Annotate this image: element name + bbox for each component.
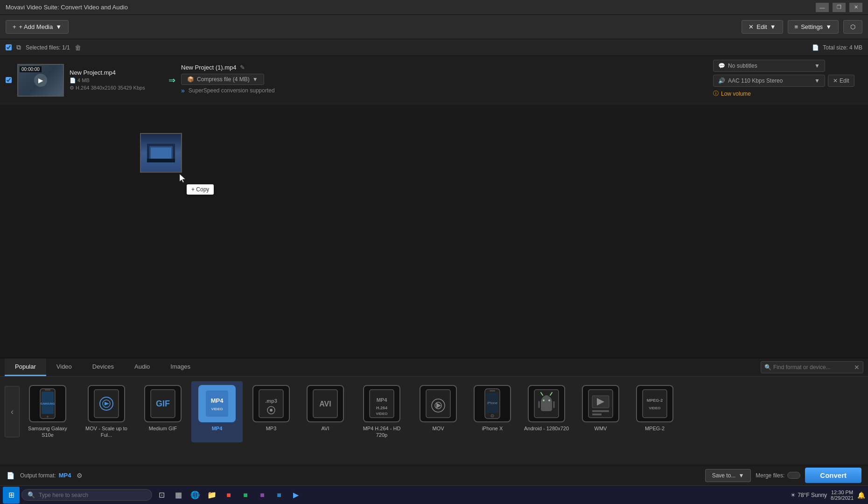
svg-rect-2 xyxy=(151,147,171,159)
android-format-icon xyxy=(528,385,565,422)
format-item-mp4[interactable]: MP4 VIDEO MP4 xyxy=(191,381,243,442)
superspeed-label: SuperSpeed conversion supported xyxy=(189,87,275,94)
restore-button[interactable]: ❐ xyxy=(833,3,846,12)
file-name: New Project.mp4 xyxy=(70,69,163,76)
output-name: New Project (1).mp4 xyxy=(181,64,236,71)
close-button[interactable]: ✕ xyxy=(849,3,862,12)
svg-text:AVI: AVI xyxy=(319,400,331,408)
format-item-iphone[interactable]: iPhone iPhone X xyxy=(467,381,518,442)
tab-devices[interactable]: Devices xyxy=(82,358,124,376)
taskbar-app3-icon[interactable]: ■ xyxy=(255,488,270,503)
format-item-mp3[interactable]: .mp3 MP3 xyxy=(245,381,297,442)
tab-images[interactable]: Images xyxy=(160,358,201,376)
tab-audio[interactable]: Audio xyxy=(124,358,160,376)
format-search-input[interactable] xyxy=(761,361,863,373)
iphone-format-icon: iPhone xyxy=(474,385,511,422)
save-to-label: Save to... xyxy=(712,472,736,479)
svg-text:MP4: MP4 xyxy=(377,397,388,403)
subtitle-icon: 💬 xyxy=(718,63,725,69)
svg-rect-45 xyxy=(592,410,609,412)
format-search-clear-icon[interactable]: ✕ xyxy=(854,364,860,371)
edit-audio-x-icon: ✕ xyxy=(833,77,838,84)
app-title: Movavi Video Suite: Convert Video and Au… xyxy=(6,4,128,11)
svg-text:VIDEO: VIDEO xyxy=(649,406,661,410)
file-output: New Project (1).mp4 ✎ 📦 Compress file (4… xyxy=(181,64,707,96)
share-button[interactable]: ⬡ xyxy=(843,20,862,34)
wmv-format-label: WMV xyxy=(595,425,607,432)
mov-scale-format-label: MOV - Scale up to Ful... xyxy=(81,425,132,439)
scroll-left-button[interactable]: ‹ xyxy=(5,386,20,437)
output-settings-button[interactable]: ⚙ xyxy=(77,472,83,479)
format-item-android[interactable]: Android - 1280x720 xyxy=(521,381,572,442)
file-codec: ⚙ H.264 3840x2160 35429 Kbps xyxy=(70,85,163,91)
settings-button[interactable]: ≡ Settings ▼ xyxy=(788,20,839,34)
convert-button[interactable]: Convert xyxy=(805,468,861,483)
taskbar-search-input[interactable] xyxy=(39,492,141,498)
delete-icon[interactable]: 🗑 xyxy=(75,44,81,51)
save-to-button[interactable]: Save to... ▼ xyxy=(705,469,751,482)
format-item-avi[interactable]: AVI AVI xyxy=(300,381,351,442)
play-button[interactable]: ▶ xyxy=(34,74,47,87)
warning-icon: ⓘ xyxy=(713,90,719,98)
select-all-checkbox[interactable] xyxy=(6,44,12,50)
merge-files-toggle[interactable] xyxy=(787,472,800,479)
settings-lines-icon: ≡ xyxy=(795,23,798,30)
taskbar-app1-icon[interactable]: ■ xyxy=(221,488,236,503)
minimize-button[interactable]: — xyxy=(816,3,829,12)
audio-icon: 🔊 xyxy=(718,77,725,84)
add-media-label: + Add Media xyxy=(19,23,53,30)
format-item-medium-gif[interactable]: GIF Medium GIF xyxy=(137,381,189,442)
format-item-samsung[interactable]: SAMSUNG Samsung Galaxy S10e xyxy=(20,381,76,442)
svg-text:GIF: GIF xyxy=(156,399,170,408)
iphone-format-label: iPhone X xyxy=(482,425,503,432)
compress-icon: 📦 xyxy=(187,76,194,83)
format-item-mp4-hd[interactable]: MP4 H.264 VIDEO MP4 H.264 - HD 720p xyxy=(354,381,410,442)
svg-rect-3 xyxy=(147,159,175,162)
audio-dropdown[interactable]: 🔊 AAC 110 Kbps Stereo ▼ xyxy=(713,75,825,87)
tab-video[interactable]: Video xyxy=(46,358,82,376)
time-badge: 00:00:00 xyxy=(20,66,42,72)
mov-format-icon xyxy=(420,385,457,422)
edit-name-icon[interactable]: ✎ xyxy=(240,64,245,71)
svg-rect-33 xyxy=(490,390,495,392)
total-size-label: Total size: 4 MB xyxy=(823,44,862,51)
file-thumbnail[interactable]: ▶ 00:00:00 xyxy=(17,64,64,97)
taskbar-search-icon: 🔍 xyxy=(28,491,35,498)
taskbar-widgets-icon[interactable]: ▦ xyxy=(171,488,186,503)
format-item-wmv[interactable]: WMV xyxy=(575,381,626,442)
edit-audio-button[interactable]: ✕ Edit xyxy=(828,75,854,87)
format-item-mov[interactable]: MOV xyxy=(413,381,464,442)
mov-format-label: MOV xyxy=(432,425,444,432)
weather-sun-icon: ☀ xyxy=(791,492,796,498)
taskbar-movavi-icon[interactable]: ▶ xyxy=(288,488,303,503)
tab-popular[interactable]: Popular xyxy=(5,358,46,376)
file-row: ▶ 00:00:00 New Project.mp4 📄 4 MB ⚙ H.26… xyxy=(0,56,868,105)
share-icon: ⬡ xyxy=(850,23,855,30)
format-search-icon: 🔍 xyxy=(764,364,771,371)
format-item-mpeg2[interactable]: MPEG-2 VIDEO MPEG-2 xyxy=(629,381,680,442)
svg-point-38 xyxy=(548,399,550,401)
save-to-chevron-icon: ▼ xyxy=(738,472,744,479)
taskbar-app4-icon[interactable]: ■ xyxy=(272,488,287,503)
taskbar-app2-icon[interactable]: ■ xyxy=(238,488,253,503)
taskbar-task-view-icon[interactable]: ⊡ xyxy=(154,488,169,503)
svg-text:.mp3: .mp3 xyxy=(265,398,277,404)
mpeg2-format-icon: MPEG-2 VIDEO xyxy=(636,385,673,422)
start-button[interactable]: ⊞ xyxy=(3,487,20,504)
format-item-mov-scale[interactable]: MOV - Scale up to Ful... xyxy=(78,381,134,442)
taskbar-search-bar[interactable]: 🔍 xyxy=(21,489,152,501)
file-checkbox[interactable] xyxy=(6,77,12,83)
taskbar-explorer-icon[interactable]: 📁 xyxy=(204,488,219,503)
edit-button[interactable]: ✕ Edit ▼ xyxy=(742,20,783,34)
gif-format-icon: GIF xyxy=(144,385,182,422)
file-audio: 💬 No subtitles ▼ 🔊 AAC 110 Kbps Stereo ▼ xyxy=(713,60,862,100)
settings-label: Settings xyxy=(801,23,823,30)
compress-button[interactable]: 📦 Compress file (4 MB) ▼ xyxy=(181,74,264,85)
plus-icon: + xyxy=(13,23,16,30)
taskbar-edge-icon[interactable]: 🌐 xyxy=(188,488,203,503)
notification-icon[interactable]: 🔔 xyxy=(857,491,865,499)
mp3-format-label: MP3 xyxy=(266,425,277,432)
add-media-button[interactable]: + + Add Media ▼ xyxy=(6,20,69,34)
subtitle-dropdown[interactable]: 💬 No subtitles ▼ xyxy=(713,60,825,72)
file-info: New Project.mp4 📄 4 MB ⚙ H.264 3840x2160… xyxy=(70,69,163,91)
